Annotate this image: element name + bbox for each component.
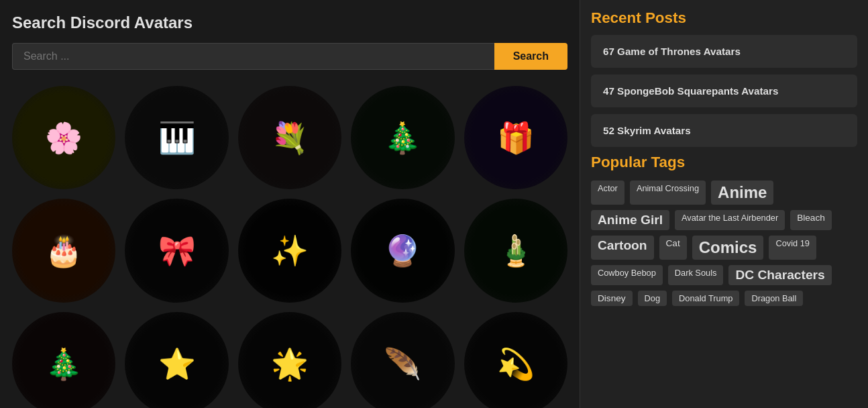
tag-item[interactable]: Bleach <box>790 210 832 230</box>
tag-item[interactable]: Comics <box>692 236 764 260</box>
tag-item[interactable]: Dark Souls <box>668 265 724 285</box>
main-content: Search Discord Avatars Search 🌸🎹💐🎄🎁🎂🎀✨🔮🎍… <box>0 0 580 408</box>
avatar-item[interactable]: 💫 <box>464 312 567 408</box>
tag-item[interactable]: Actor <box>591 181 625 205</box>
tag-item[interactable]: Dog <box>638 291 667 306</box>
avatar-item[interactable]: 🎂 <box>12 199 115 302</box>
tag-item[interactable]: Cat <box>659 236 687 260</box>
popular-tags-title: Popular Tags <box>591 154 857 171</box>
tag-item[interactable]: Cowboy Bebop <box>591 265 663 285</box>
recent-post-card[interactable]: 47 SpongeBob Squarepants Avatars <box>591 74 857 107</box>
avatar-item[interactable]: 🎁 <box>464 86 567 189</box>
recent-post-card[interactable]: 67 Game of Thrones Avatars <box>591 35 857 68</box>
tag-item[interactable]: Avatar the Last Airbender <box>675 210 785 230</box>
recent-posts-title: Recent Posts <box>591 9 857 27</box>
avatar-item[interactable]: 🎄 <box>12 312 115 408</box>
tag-item[interactable]: Anime Girl <box>591 210 669 230</box>
recent-post-card[interactable]: 52 Skyrim Avatars <box>591 114 857 147</box>
avatar-item[interactable]: 🎀 <box>125 199 228 302</box>
tag-item[interactable]: Animal Crossing <box>630 181 706 205</box>
avatar-item[interactable]: ⭐ <box>125 312 228 408</box>
avatar-item[interactable]: 💐 <box>238 86 341 189</box>
tag-item[interactable]: Donald Trump <box>672 291 739 306</box>
tag-item[interactable]: Anime <box>711 181 773 205</box>
tag-item[interactable]: Covid 19 <box>769 236 816 260</box>
search-button[interactable]: Search <box>494 43 567 70</box>
avatar-item[interactable]: 🌸 <box>12 86 115 189</box>
page-title: Search Discord Avatars <box>12 13 567 32</box>
tag-item[interactable]: Cartoon <box>591 236 654 260</box>
avatar-grid: 🌸🎹💐🎄🎁🎂🎀✨🔮🎍🎄⭐🌟🪶💫 <box>12 86 567 408</box>
avatar-item[interactable]: 🎄 <box>351 86 454 189</box>
tag-item[interactable]: DC Characters <box>728 265 831 285</box>
avatar-item[interactable]: 🎍 <box>464 199 567 302</box>
avatar-item[interactable]: 🎹 <box>125 86 228 189</box>
sidebar: Recent Posts 67 Game of Thrones Avatars4… <box>580 0 868 408</box>
tag-item[interactable]: Dragon Ball <box>745 291 803 306</box>
tags-container: ActorAnimal CrossingAnimeAnime GirlAvata… <box>591 181 857 306</box>
avatar-item[interactable]: 🔮 <box>351 199 454 302</box>
tag-item[interactable]: Disney <box>591 291 633 306</box>
avatar-item[interactable]: 🌟 <box>238 312 341 408</box>
avatar-item[interactable]: ✨ <box>238 199 341 302</box>
search-bar: Search <box>12 43 567 70</box>
avatar-item[interactable]: 🪶 <box>351 312 454 408</box>
recent-posts-list: 67 Game of Thrones Avatars47 SpongeBob S… <box>591 35 857 147</box>
search-input[interactable] <box>12 43 494 70</box>
